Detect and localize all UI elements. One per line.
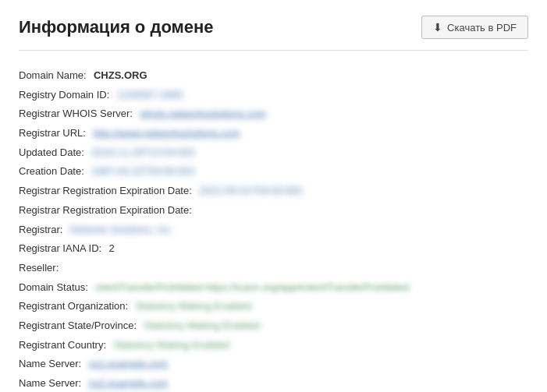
field-label: Updated Date: [19, 143, 90, 163]
field-value: 1234567-1808 [117, 86, 183, 105]
download-pdf-button[interactable]: ⬇ Скачать в PDF [421, 16, 528, 39]
field-value: Statutory Making Enabled [135, 297, 251, 316]
field-value: 2021-05-01T04:00:003 [199, 182, 302, 201]
field-label: Registrar IANA ID: [19, 239, 107, 259]
table-row: Name Server: ns2.example.com [19, 374, 528, 392]
download-icon: ⬇ [433, 21, 442, 34]
table-row: Registrar Registration Expiration Date: … [19, 182, 528, 201]
table-row: Registrant Country: Statutory Making Ena… [19, 336, 528, 355]
table-row: Name Server: ns1.example.com [19, 355, 528, 374]
table-row: Registrar IANA ID: 2 [19, 239, 528, 259]
table-row: Domain Name: CHZS.ORG [19, 66, 528, 86]
field-label: Domain Name: [19, 66, 92, 86]
field-value: 2019-11-20T13:54:003 [91, 143, 194, 163]
field-value: http://www.networksolutions.com [93, 124, 240, 143]
field-value: 1997-04-22T04:00:003 [91, 162, 194, 182]
field-value: Statutory Making Enabled [113, 336, 229, 355]
field-label: Domain Status: [19, 278, 94, 298]
field-value: CHZS.ORG [94, 66, 147, 86]
field-value: Network Solutions, Inc [70, 221, 171, 240]
field-label: Registrant Organization: [19, 297, 133, 316]
field-label: Registrar Registration Expiration Date: [19, 201, 197, 221]
field-label: Reseller: [19, 259, 65, 278]
field-label: Registrar Registration Expiration Date: [19, 182, 197, 201]
table-row: Registrant Organization: Statutory Makin… [19, 297, 528, 316]
page-title: Информация о домене [19, 17, 214, 37]
table-row: Updated Date: 2019-11-20T13:54:003 [19, 143, 528, 163]
table-row: Registrar WHOIS Server: whois.networksol… [19, 104, 528, 124]
field-label: Name Server: [19, 355, 87, 374]
field-label: Registrar URL: [19, 124, 91, 143]
field-value: whois.networksolutions.com [140, 104, 266, 124]
table-row: Registry Domain ID: 1234567-1808 [19, 86, 528, 105]
field-label: Creation Date: [19, 162, 90, 182]
field-label: Registry Domain ID: [19, 86, 115, 105]
table-row: Registrant State/Province: Statutory Mak… [19, 316, 528, 336]
table-row: Registrar: Network Solutions, Inc [19, 221, 528, 240]
field-label: Registrar: [19, 221, 69, 240]
field-label: Registrant State/Province: [19, 316, 142, 336]
field-label: Name Server: [19, 374, 87, 392]
field-label: Registrant Country: [19, 336, 112, 355]
field-label: Registrar WHOIS Server: [19, 104, 138, 124]
field-value: ns2.example.com [88, 374, 168, 392]
table-row: Registrar URL: http://www.networksolutio… [19, 124, 528, 143]
page-header: Информация о домене ⬇ Скачать в PDF [19, 16, 528, 51]
download-button-label: Скачать в PDF [447, 22, 517, 34]
table-row: Registrar Registration Expiration Date: [19, 201, 528, 221]
table-row: Creation Date: 1997-04-22T04:00:003 [19, 162, 528, 182]
table-row: Domain Status: clientTransferProhibited … [19, 278, 528, 298]
table-row: Reseller: [19, 259, 528, 278]
field-value: Statutory Making Enabled [144, 316, 260, 336]
field-value: 2 [108, 239, 114, 259]
domain-info-table: Domain Name: CHZS.ORGRegistry Domain ID:… [19, 66, 528, 392]
field-value: clientTransferProhibited https://icann.o… [95, 278, 409, 298]
field-value: ns1.example.com [88, 355, 168, 374]
